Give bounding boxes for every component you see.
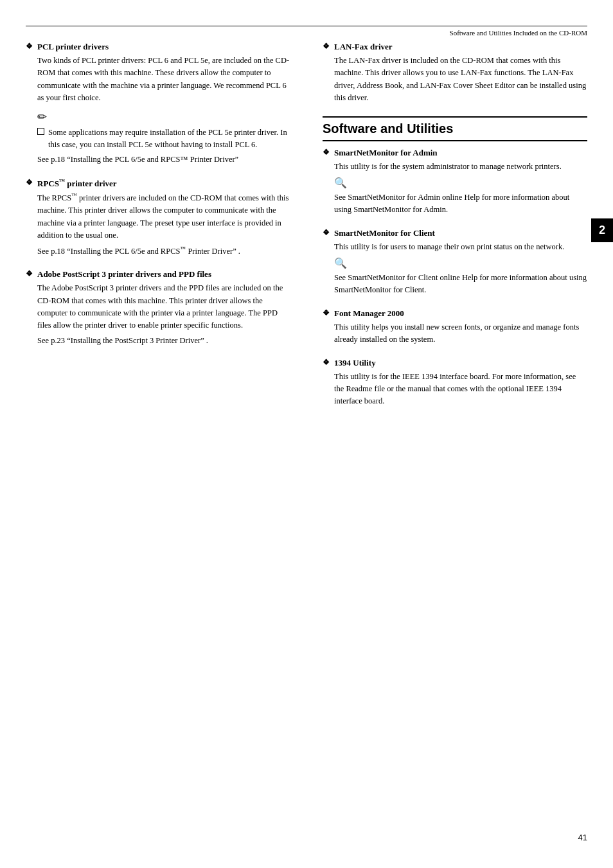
section-pcl-printer-drivers: ❖ PCL printer drivers Two kinds of PCL p… [26,42,290,166]
right-column: ❖ LAN-Fax driver The LAN-Fax driver is i… [316,42,587,420]
snm-admin-note: See SmartNetMonitor for Admin online Hel… [334,191,587,217]
diamond-icon-font-manager: ❖ [323,308,330,318]
section-rpcs-printer-driver: ❖ RPCS™ printer driver The RPCS™ printer… [26,178,290,258]
section-1394-utility: ❖ 1394 Utility This utility is for the I… [323,358,587,408]
smartnetmonitor-client-title: ❖ SmartNetMonitor for Client [323,228,587,238]
left-column: ❖ PCL printer drivers Two kinds of PCL p… [26,42,297,420]
checkbox-icon-pcl [37,128,44,135]
page-number: 41 [578,833,587,842]
pencil-icon-pcl: ✏ [37,110,290,124]
snm-admin-body: This utility is for the system administr… [334,161,587,173]
section-smartnetmonitor-client: ❖ SmartNetMonitor for Client This utilit… [323,228,587,297]
chapter-tab: 2 [591,218,613,242]
snm-client-body: This utility is for users to manage thei… [334,241,587,253]
adobe-title: ❖ Adobe PostScript 3 printer drivers and… [26,269,290,279]
header-text: Software and Utilities Included on the C… [0,26,613,42]
search-icon-snm-admin: 🔍 [334,177,587,189]
lan-fax-title: ❖ LAN-Fax driver [323,42,587,52]
diamond-icon-snm-admin: ❖ [323,148,330,157]
diamond-icon-1394: ❖ [323,358,330,368]
rpcs-see-ref: See p.18 “Installing the PCL 6/5e and RP… [37,245,290,258]
content-area: ❖ PCL printer drivers Two kinds of PCL p… [0,42,613,420]
font-manager-body: This utility helps you install new scree… [334,321,587,346]
diamond-icon-snm-client: ❖ [323,228,330,238]
rpcs-title: ❖ RPCS™ printer driver [26,178,290,189]
lan-fax-body: The LAN-Fax driver is included on the CD… [334,55,587,105]
font-manager-title: ❖ Font Manager 2000 [323,308,587,319]
rpcs-body: The RPCS™ printer drivers are included o… [37,191,290,242]
pcl-title: ❖ PCL printer drivers [26,42,290,52]
pcl-body: Two kinds of PCL printer drivers: PCL 6 … [37,55,290,105]
software-utilities-title: Software and Utilities [323,121,453,136]
search-icon-snm-client: 🔍 [334,257,587,269]
section-lan-fax: ❖ LAN-Fax driver The LAN-Fax driver is i… [323,42,587,105]
section-font-manager: ❖ Font Manager 2000 This utility helps y… [323,308,587,346]
software-utilities-header: Software and Utilities [323,116,587,141]
1394-utility-body: This utility is for the IEEE 1394 interf… [334,371,587,408]
1394-utility-title: ❖ 1394 Utility [323,358,587,368]
diamond-icon-lan-fax: ❖ [323,42,330,51]
adobe-see-ref: See p.23 “Installing the PostScript 3 Pr… [37,335,290,347]
pcl-note-item: Some applications may require installati… [37,127,290,152]
diamond-icon-pcl: ❖ [26,42,33,51]
section-adobe-postscript: ❖ Adobe PostScript 3 printer drivers and… [26,269,290,347]
page: Software and Utilities Included on the C… [0,0,613,868]
pcl-see-ref: See p.18 “Installing the PCL 6/5e and RP… [37,154,290,166]
diamond-icon-adobe: ❖ [26,269,33,279]
smartnetmonitor-admin-title: ❖ SmartNetMonitor for Admin [323,148,587,158]
section-smartnetmonitor-admin: ❖ SmartNetMonitor for Admin This utility… [323,148,587,217]
adobe-body: The Adobe PostScript 3 printer drivers a… [37,282,290,332]
diamond-icon-rpcs: ❖ [26,178,33,188]
snm-client-note: See SmartNetMonitor for Client online He… [334,272,587,297]
